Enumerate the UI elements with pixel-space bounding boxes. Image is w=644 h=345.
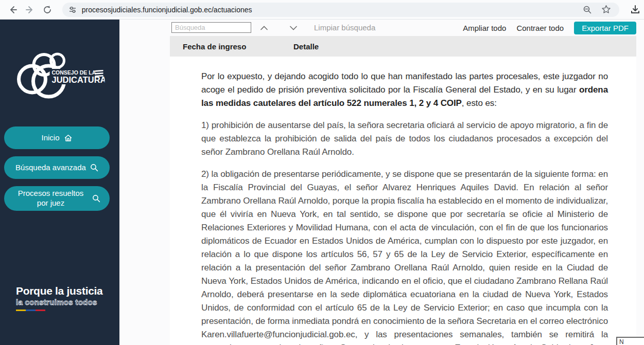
- paragraph-medida-2: 2) la obligación de presentarse periódic…: [201, 168, 608, 345]
- address-bar[interactable]: procesosjudiciales.funcionjudicial.gob.e…: [62, 3, 620, 17]
- sidebar-slogan: Porque la justicia la construimos todos: [16, 285, 103, 311]
- search-icon: [90, 164, 98, 172]
- slogan-line2: la construimos todos: [16, 298, 103, 306]
- zoom-out-icon[interactable]: [583, 5, 592, 14]
- column-fecha-de-ingreso: Fecha de ingreso: [183, 42, 246, 51]
- site-info-icon[interactable]: [68, 6, 77, 14]
- paragraph-resolucion: Por lo expuesto, y dejando acogido todo …: [201, 70, 608, 110]
- expand-all-button[interactable]: Ampliar todo: [463, 24, 506, 32]
- sidebar-item-inicio[interactable]: Inicio: [4, 126, 110, 149]
- home-icon: [64, 134, 73, 142]
- browser-toolbar: procesosjudiciales.funcionjudicial.gob.e…: [0, 0, 644, 20]
- actuacion-document: Por lo expuesto, y dejando acogido todo …: [170, 57, 636, 345]
- chevron-up-icon[interactable]: [258, 24, 270, 32]
- forward-icon[interactable]: [22, 1, 39, 19]
- ecuador-flag-bar: [16, 310, 103, 311]
- inicio-label: Inicio: [41, 133, 59, 143]
- sidebar-item-procesos-resueltos[interactable]: Procesos resueltos por juez: [4, 186, 110, 211]
- screen: procesosjudiciales.funcionjudicial.gob.e…: [0, 0, 644, 345]
- reload-icon[interactable]: [39, 1, 56, 19]
- export-pdf-button[interactable]: Exportar PDF: [574, 22, 636, 34]
- slogan-line1: Porque la justicia: [16, 285, 103, 297]
- sidebar-item-busqueda-avanzada[interactable]: Búsqueda avanzada: [4, 156, 110, 179]
- actuaciones-toolbar: Limpiar búsqueda Ampliar todo Contraer t…: [170, 21, 636, 34]
- actuaciones-panel: Limpiar búsqueda Ampliar todo Contraer t…: [170, 20, 636, 345]
- back-icon[interactable]: [4, 1, 22, 19]
- url-text[interactable]: procesosjudiciales.funcionjudicial.gob.e…: [82, 6, 583, 14]
- procesos-resueltos-label: Procesos resueltos por juez: [13, 189, 88, 208]
- table-header: Fecha de ingreso Detalle: [170, 36, 636, 57]
- main-area: Limpiar búsqueda Ampliar todo Contraer t…: [119, 20, 644, 345]
- judicatura-logo: CONSEJO DE LA JUDICATURA: [15, 49, 105, 103]
- search-icon: [92, 194, 100, 203]
- download-icon[interactable]: [626, 1, 644, 19]
- chevron-down-icon[interactable]: [288, 24, 299, 32]
- partial-tooltip: N: [616, 337, 644, 345]
- busqueda-avanzada-label: Búsqueda avanzada: [15, 163, 86, 173]
- paragraph-medida-1: 1) prohibición de ausentarse del país, l…: [201, 119, 608, 159]
- clear-search-button[interactable]: Limpiar búsqueda: [314, 23, 375, 32]
- collapse-all-button[interactable]: Contraer todo: [516, 24, 564, 32]
- bookmark-star-icon[interactable]: [601, 5, 611, 14]
- search-input[interactable]: [171, 22, 251, 33]
- column-detalle: Detalle: [293, 42, 319, 51]
- sidebar: CONSEJO DE LA JUDICATURA Inicio Búsqueda…: [0, 20, 119, 345]
- logo-flag-icon: [95, 70, 103, 77]
